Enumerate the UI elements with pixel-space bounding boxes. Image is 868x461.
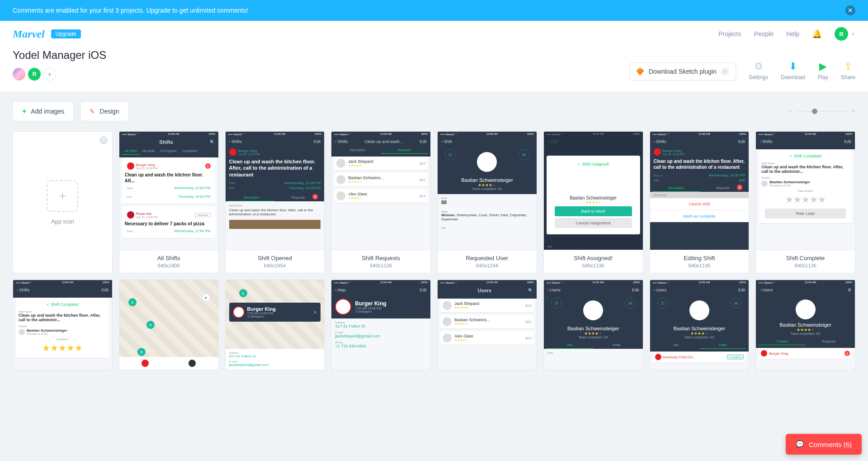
collab-avatar-1[interactable]	[13, 68, 25, 81]
app-icon-label: App icon	[51, 218, 74, 225]
screen-card[interactable]: 1 2 3 ➤	[119, 280, 219, 370]
download-icon: ⬇	[789, 61, 797, 72]
banner-text: Comments are enabled for your first 3 pr…	[13, 7, 248, 14]
screen-preview: ••••• Sketch ⌃12:00 AM100% ‹ ShiftsClean…	[331, 132, 430, 250]
screen-card[interactable]: ••••• Sketch ⌃12:00 AM100% ‹ UsersEdit ✆…	[543, 280, 643, 370]
screen-preview: ••••• Sketch ⌃12:00 AM100% ‹ Shift ✓ Shi…	[544, 132, 643, 250]
plus-icon: +	[22, 107, 26, 115]
project-header: Yodel Manager iOS R + Download Sketch pl…	[0, 47, 868, 91]
screen-card[interactable]: ••••• Sketch ⌃12:00 AM100% ‹ ShiftsEdit …	[650, 131, 750, 273]
help-icon[interactable]: ?	[99, 136, 108, 144]
screen-card[interactable]: ••••• Sketch ⌃12:00 AM100% ‹ ShiftsEdit …	[13, 280, 113, 370]
nav-people[interactable]: People	[754, 30, 774, 38]
sketch-label: Download Sketch plugin	[649, 68, 717, 75]
zoom-out-icon[interactable]: −	[788, 107, 792, 115]
screen-preview: ••••• Sketch ⌃12:00 AM100% ‹ UsersEdit ✆…	[650, 280, 749, 370]
screen-card[interactable]: ••••• Sketch ⌃12:00 AM100% ‹ ShiftsEdit …	[225, 131, 325, 273]
screen-preview: ••••• Sketch ⌃12:00 AM100% ‹ Users⚙ Bast…	[756, 280, 855, 370]
bell-icon[interactable]: 🔔	[812, 29, 822, 39]
play-button[interactable]: ▶ Play	[818, 61, 828, 81]
screen-preview: ••••• Sketch ⌃12:00 AM100% ‹ MapEdit Bur…	[331, 280, 430, 370]
chevron-down-icon: ▼	[851, 32, 855, 37]
collab-avatar-2[interactable]: R	[28, 68, 41, 81]
share-icon: ⇪	[844, 61, 852, 72]
screen-preview: ••••• Sketch ⌃12:00 AM100% ‹ ShiftsEdit …	[650, 132, 749, 250]
nav-projects[interactable]: Projects	[718, 30, 741, 38]
screen-card[interactable]: ••••• Sketch ⌃12:00 AM100% ‹ MapEdit Bur…	[331, 280, 431, 370]
screen-card[interactable]: ••••• Sketch ⌃12:00 AM100% Shifts🔍 All S…	[119, 131, 219, 273]
user-menu[interactable]: R ▼	[835, 27, 855, 41]
upgrade-banner: Comments are enabled for your first 3 pr…	[0, 0, 868, 21]
add-images-button[interactable]: + Add images	[13, 101, 74, 121]
screen-preview: ••••• Sketch ⌃12:00 AM100% ‹ ShiftsEdit …	[13, 280, 112, 370]
pencil-icon: ✎	[90, 108, 95, 115]
gear-icon: ⚙	[754, 61, 763, 72]
settings-button[interactable]: ⚙ Settings	[749, 61, 768, 81]
screen-preview: ••••• Sketch ⌃12:00 AM100% ‹ ShiftsEdit …	[756, 132, 855, 250]
screen-preview: 1 2 3 ➤	[119, 280, 218, 370]
screen-card[interactable]: ••••• Sketch ⌃12:00 AM100% ‹ Shift ✆✉ Ba…	[437, 131, 537, 273]
add-app-icon[interactable]: +	[47, 180, 78, 212]
slider-track[interactable]	[797, 111, 847, 112]
screen-preview: ••••• Sketch ⌃12:00 AM100% Users🔍 Jack S…	[438, 280, 537, 370]
nav-help[interactable]: Help	[786, 30, 799, 38]
topbar: Marvel Upgrade Projects People Help 🔔 R …	[0, 21, 868, 47]
add-collaborator-button[interactable]: +	[43, 68, 56, 81]
screen-card[interactable]: ••••• Sketch ⌃12:00 AM100% ‹ Users⚙ Bast…	[755, 280, 855, 370]
logo[interactable]: Marvel	[13, 28, 45, 40]
slider-thumb[interactable]	[812, 109, 817, 114]
screen-card[interactable]: ••••• Sketch ⌃12:00 AM100% ‹ ShiftsEdit …	[755, 131, 855, 273]
project-title: Yodel Manager iOS	[13, 49, 106, 62]
screen-card[interactable]: ••••• Sketch ⌃12:00 AM100% ‹ Shift ✓ Shi…	[543, 131, 643, 273]
sketch-icon	[636, 67, 644, 76]
play-icon: ▶	[819, 61, 827, 72]
app-icon-card[interactable]: ? + App icon	[13, 131, 113, 273]
close-icon[interactable]: ✕	[845, 5, 855, 15]
zoom-in-icon[interactable]: +	[851, 107, 855, 115]
screen-preview: 1 Burger King7:00 AM-10:00 PM3 managers …	[226, 280, 325, 370]
avatar: R	[835, 27, 848, 41]
download-button[interactable]: ⬇ Download	[781, 61, 805, 81]
screen-card[interactable]: ••••• Sketch ⌃12:00 AM100% ‹ ShiftsClean…	[331, 131, 431, 273]
collaborators: R +	[13, 68, 106, 81]
close-icon[interactable]: ✕	[721, 67, 729, 76]
design-button[interactable]: ✎ Design	[80, 101, 129, 121]
screen-preview: ••••• Sketch ⌃12:00 AM100% ‹ ShiftsEdit …	[226, 132, 325, 250]
upgrade-badge[interactable]: Upgrade	[51, 29, 81, 38]
screen-card[interactable]: ••••• Sketch ⌃12:00 AM100% ‹ UsersEdit ✆…	[650, 280, 750, 370]
toolbar: + Add images ✎ Design − +	[0, 91, 868, 131]
screen-card[interactable]: ••••• Sketch ⌃12:00 AM100% Users🔍 Jack S…	[437, 280, 537, 370]
screen-preview: ••••• Sketch ⌃12:00 AM100% ‹ Shift ✆✉ Ba…	[438, 132, 537, 250]
screen-preview: ••••• Sketch ⌃12:00 AM100% Shifts🔍 All S…	[119, 132, 218, 250]
sketch-plugin-chip[interactable]: Download Sketch plugin ✕	[629, 62, 736, 81]
screens-grid: ? + App icon ••••• Sketch ⌃12:00 AM100% …	[0, 131, 868, 388]
share-button[interactable]: ⇪ Share	[841, 61, 855, 81]
screen-card[interactable]: 1 Burger King7:00 AM-10:00 PM3 managers …	[225, 280, 325, 370]
zoom-slider[interactable]: − +	[788, 107, 855, 115]
screen-preview: ••••• Sketch ⌃12:00 AM100% ‹ UsersEdit ✆…	[544, 280, 643, 370]
